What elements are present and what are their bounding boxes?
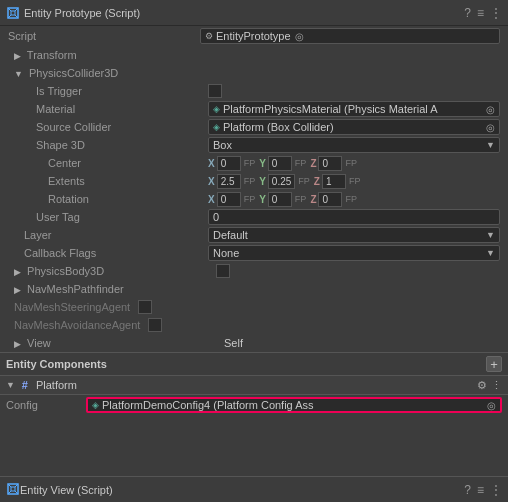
navmesh-avoidance-checkbox[interactable] [148, 318, 162, 332]
rotation-label: Rotation [8, 193, 208, 205]
top-header-title: Entity Prototype (Script) [24, 7, 464, 19]
config-row: Config ◈ PlatformDemoConfig4 (Platform C… [0, 395, 508, 415]
transform-triangle: ▶ [14, 51, 21, 61]
bottom-header-icons: ? ≡ ⋮ [464, 483, 502, 497]
physics-body-checkbox[interactable] [216, 264, 230, 278]
center-row: Center X 0 FP Y 0 FP Z 0 FP [0, 154, 508, 172]
rotation-y-label: Y [259, 194, 266, 205]
material-icon: ◈ [213, 104, 220, 114]
callback-flags-row: Callback Flags None ▼ [0, 244, 508, 262]
add-component-button[interactable]: + [486, 356, 502, 372]
config-value-text: PlatformDemoConfig4 (Platform Config Ass [102, 399, 483, 411]
is-trigger-checkbox[interactable] [208, 84, 222, 98]
help-icon[interactable]: ? [464, 6, 471, 20]
platform-more-icon[interactable]: ⋮ [491, 379, 502, 392]
cube-icon [6, 6, 20, 20]
source-collider-row: Source Collider ◈ Platform (Box Collider… [0, 118, 508, 136]
rotation-z-fp: FP [345, 194, 357, 204]
user-tag-field[interactable]: 0 [208, 209, 500, 225]
extents-xyz: X 2.5 FP Y 0.25 FP Z 1 FP [208, 174, 500, 189]
shape-3d-row: Shape 3D Box ▼ [0, 136, 508, 154]
platform-component-name: Platform [36, 379, 477, 391]
user-tag-value: 0 [213, 211, 495, 223]
navmesh-steering-row: NavMeshSteeringAgent [0, 298, 508, 316]
physics-body-triangle: ▶ [14, 267, 21, 277]
shape-3d-dropdown[interactable]: Box ▼ [208, 137, 500, 153]
center-x-val[interactable]: 0 [217, 156, 241, 171]
extents-y-cell: Y 0.25 FP [259, 174, 312, 189]
center-y-cell: Y 0 FP [259, 156, 308, 171]
bottom-header-title: Entity View (Script) [20, 484, 464, 496]
inspector-panel: Entity Prototype (Script) ? ≡ ⋮ Script ⚙… [0, 0, 508, 415]
layer-value: Default [213, 229, 482, 241]
source-collider-icon: ◈ [213, 122, 220, 132]
navmesh-pathfinder-row: ▶ NavMeshPathfinder [0, 280, 508, 298]
rotation-x-fp: FP [244, 194, 256, 204]
bottom-more-icon[interactable]: ⋮ [490, 483, 502, 497]
script-value-text: EntityPrototype [216, 30, 291, 42]
extents-y-val[interactable]: 0.25 [268, 174, 295, 189]
callback-flags-value: None [213, 247, 482, 259]
config-value-field[interactable]: ◈ PlatformDemoConfig4 (Platform Config A… [86, 397, 502, 413]
center-z-label: Z [310, 158, 316, 169]
bottom-settings-icon[interactable]: ≡ [477, 483, 484, 497]
material-circle: ◎ [486, 104, 495, 115]
entity-components-title: Entity Components [6, 358, 486, 370]
rotation-y-fp: FP [295, 194, 307, 204]
center-x-label: X [208, 158, 215, 169]
view-label: ▶ View [8, 337, 208, 349]
physics-collider-3d-row: ▼ PhysicsCollider3D [0, 64, 508, 82]
navmesh-steering-checkbox[interactable] [138, 300, 152, 314]
extents-label: Extents [8, 175, 208, 187]
top-header-icons: ? ≡ ⋮ [464, 6, 502, 20]
material-label: Material [8, 103, 208, 115]
material-field[interactable]: ◈ PlatformPhysicsMaterial (Physics Mater… [208, 101, 500, 117]
extents-y-fp: FP [298, 176, 310, 186]
rotation-z-val[interactable]: 0 [318, 192, 342, 207]
script-value-field[interactable]: ⚙ EntityPrototype ◎ [200, 28, 500, 44]
navmesh-avoidance-label: NavMeshAvoidanceAgent [8, 319, 140, 331]
view-triangle: ▶ [14, 339, 21, 349]
layer-label: Layer [8, 229, 208, 241]
center-z-fp: FP [345, 158, 357, 168]
view-value: Self [224, 337, 243, 349]
callback-flags-dropdown[interactable]: None ▼ [208, 245, 500, 261]
center-label: Center [8, 157, 208, 169]
platform-controls: ⚙ ⋮ [477, 379, 502, 392]
center-y-label: Y [259, 158, 266, 169]
source-collider-label: Source Collider [8, 121, 208, 133]
svg-rect-5 [11, 11, 15, 15]
settings-icon[interactable]: ≡ [477, 6, 484, 20]
rotation-xyz: X 0 FP Y 0 FP Z 0 FP [208, 192, 500, 207]
center-x-cell: X 0 FP [208, 156, 257, 171]
script-label: Script [8, 30, 200, 42]
extents-x-val[interactable]: 2.5 [217, 174, 241, 189]
extents-x-cell: X 2.5 FP [208, 174, 257, 189]
extents-row: Extents X 2.5 FP Y 0.25 FP Z 1 FP [0, 172, 508, 190]
rotation-x-label: X [208, 194, 215, 205]
more-icon[interactable]: ⋮ [490, 6, 502, 20]
platform-settings-icon[interactable]: ⚙ [477, 379, 487, 392]
center-xyz: X 0 FP Y 0 FP Z 0 FP [208, 156, 500, 171]
physics-collider-triangle: ▼ [14, 69, 23, 79]
extents-z-val[interactable]: 1 [322, 174, 346, 189]
rotation-x-cell: X 0 FP [208, 192, 257, 207]
rotation-y-val[interactable]: 0 [268, 192, 292, 207]
extents-x-label: X [208, 176, 215, 187]
callback-flags-arrow: ▼ [486, 248, 495, 258]
layer-dropdown[interactable]: Default ▼ [208, 227, 500, 243]
rotation-x-val[interactable]: 0 [217, 192, 241, 207]
layer-row: Layer Default ▼ [0, 226, 508, 244]
config-label: Config [6, 399, 86, 411]
center-x-fp: FP [244, 158, 256, 168]
source-collider-field[interactable]: ◈ Platform (Box Collider) ◎ [208, 119, 500, 135]
bottom-help-icon[interactable]: ? [464, 483, 471, 497]
center-z-val[interactable]: 0 [318, 156, 342, 171]
center-y-val[interactable]: 0 [268, 156, 292, 171]
extents-z-label: Z [314, 176, 320, 187]
platform-triangle[interactable]: ▼ [6, 380, 15, 390]
transform-row: ▶ Transform [0, 46, 508, 64]
platform-hash-icon: # [18, 378, 32, 392]
shape-3d-value: Box [213, 139, 482, 151]
shape-3d-label: Shape 3D [8, 139, 208, 151]
